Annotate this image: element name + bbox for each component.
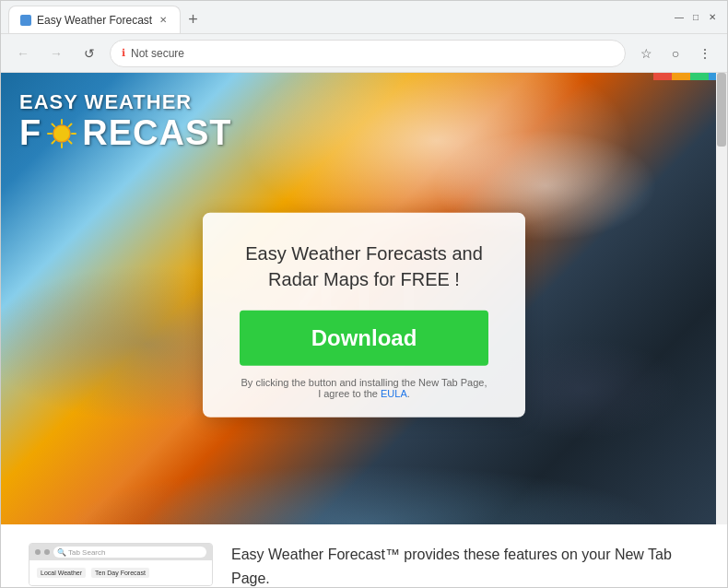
download-card: Easy Weather Forecasts and Radar Maps fo… (203, 213, 525, 417)
page-content: 411 Easy Weather F (1, 73, 727, 587)
menu-button[interactable]: ⋮ (692, 41, 718, 66)
below-fold-section: 🔍 Tab Search Local Weather Ten Day Forec… (1, 524, 727, 587)
tab-close-button[interactable]: ✕ (158, 13, 169, 27)
svg-line-6 (69, 140, 72, 143)
new-tab-button[interactable]: + (181, 6, 205, 33)
preview-search: 🔍 Tab Search (53, 547, 206, 558)
eula-link[interactable]: EULA (381, 388, 407, 399)
tab-favicon (20, 15, 31, 26)
svg-line-7 (69, 123, 72, 126)
close-button[interactable]: ✕ (705, 10, 720, 25)
card-headline: Easy Weather Forecasts and Radar Maps fo… (240, 241, 488, 292)
preview-body: Local Weather Ten Day Forecast (29, 560, 212, 585)
color-block-red (653, 73, 672, 80)
eula-post-text: . (407, 388, 410, 399)
nav-actions: ☆ ○ ⋮ (633, 41, 718, 66)
scroll-thumb[interactable] (717, 73, 726, 147)
scrollbar[interactable] (716, 73, 727, 524)
preview-dot-1 (35, 549, 41, 555)
nav-bar: ← → ↺ ℹ Not secure ☆ ○ ⋮ (1, 34, 727, 73)
logo-f-letter: F (19, 113, 41, 153)
logo-sun-icon (45, 117, 78, 150)
browser-window: Easy Weather Forecast ✕ + — □ ✕ ← → ↺ ℹ … (0, 0, 728, 588)
preview-dot-2 (44, 549, 50, 555)
minimize-button[interactable]: — (672, 10, 687, 25)
preview-nav-tenday: Ten Day Forecast (91, 568, 149, 578)
logo: Easy Weather F (19, 91, 231, 153)
browser-preview: 🔍 Tab Search Local Weather Ten Day Forec… (29, 543, 213, 586)
eula-pre-text: By clicking the button and installing th… (241, 377, 487, 399)
maximize-button[interactable]: □ (688, 10, 703, 25)
color-block-yellow (672, 73, 690, 80)
preview-search-text: Tab Search (68, 548, 105, 557)
svg-point-0 (53, 125, 70, 142)
account-button[interactable]: ○ (663, 41, 688, 66)
forward-button[interactable]: → (43, 41, 69, 66)
tab-area: Easy Weather Forecast ✕ + (8, 1, 668, 33)
preview-nav-local: Local Weather (37, 568, 86, 578)
preview-bar: 🔍 Tab Search (29, 544, 212, 560)
browser-tab[interactable]: Easy Weather Forecast ✕ (8, 6, 181, 33)
address-text: Not secure (131, 47, 184, 60)
svg-line-5 (53, 123, 55, 126)
logo-text-bottom: F (19, 113, 231, 153)
logo-text-top: Easy Weather (19, 91, 231, 113)
back-button[interactable]: ← (10, 41, 36, 66)
download-button[interactable]: Download (240, 311, 488, 366)
address-bar[interactable]: ℹ Not secure (110, 40, 626, 67)
security-icon: ℹ (122, 47, 125, 59)
tab-title: Easy Weather Forecast (37, 14, 152, 27)
color-block-green (690, 73, 709, 80)
title-bar: Easy Weather Forecast ✕ + — □ ✕ (1, 1, 727, 34)
logo-recast-text: RECAST (82, 113, 231, 153)
bookmark-button[interactable]: ☆ (633, 41, 659, 66)
refresh-button[interactable]: ↺ (76, 41, 102, 66)
svg-line-8 (53, 140, 55, 143)
eula-text: By clicking the button and installing th… (240, 377, 488, 399)
below-description: Easy Weather Forecast™ provides these fe… (231, 543, 699, 587)
hero-section: 411 Easy Weather F (1, 73, 727, 524)
window-controls: — □ ✕ (672, 10, 720, 25)
